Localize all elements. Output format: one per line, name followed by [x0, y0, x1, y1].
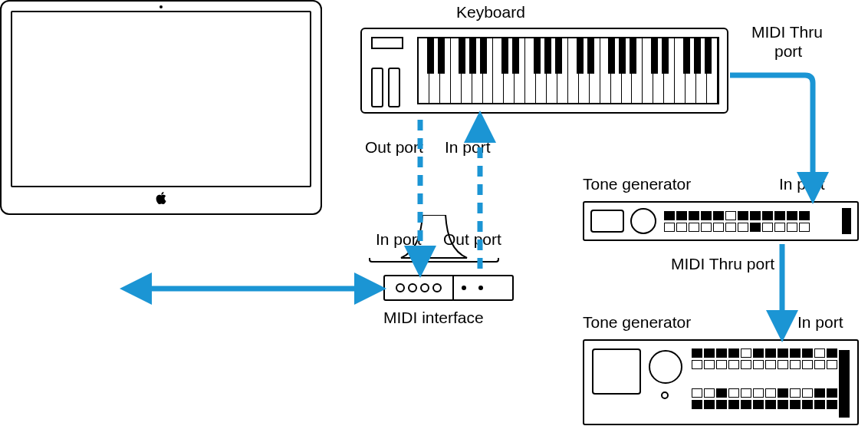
tone-generator-2-device	[583, 339, 859, 425]
label-tone-gen-1: Tone generator	[583, 175, 691, 193]
label-midi-thru-1b: port	[774, 42, 802, 61]
label-tone-gen-2: Tone generator	[583, 313, 691, 332]
label-in-port-1: In port	[445, 138, 491, 157]
label-midi-thru-1a: MIDI Thru	[751, 23, 823, 41]
piano-keys	[417, 37, 719, 104]
keyboard-device	[360, 28, 728, 114]
label-keyboard: Keyboard	[456, 3, 525, 21]
label-midi-thru-2: MIDI Thru port	[671, 255, 774, 273]
label-midi-interface: MIDI interface	[383, 309, 484, 327]
apple-logo-icon	[156, 192, 166, 207]
midi-interface-device	[383, 275, 514, 301]
label-out-port-1: Out port	[365, 138, 423, 157]
computer-device	[0, 0, 322, 261]
tone-generator-1-device	[583, 201, 859, 241]
label-in-port-4: In port	[797, 313, 843, 332]
label-in-port-3: In port	[779, 175, 825, 193]
